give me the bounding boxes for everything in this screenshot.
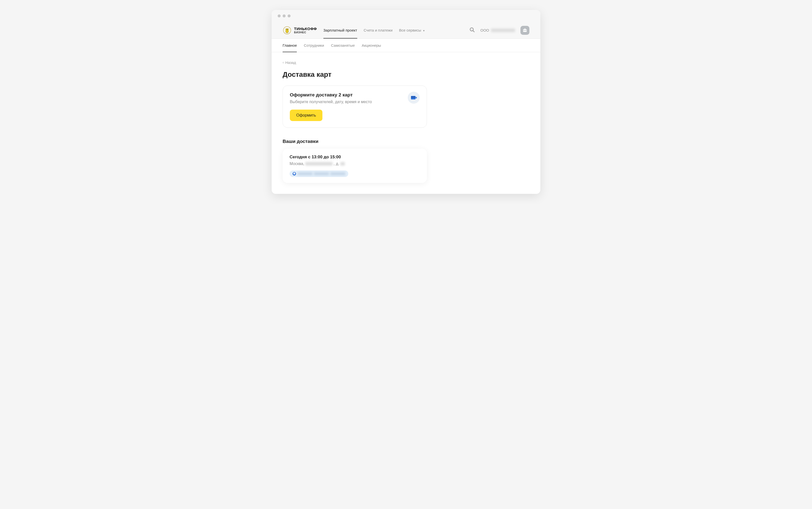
svg-rect-6 xyxy=(524,29,526,30)
card-delivery-icon-badge xyxy=(408,92,420,104)
window-control-maximize[interactable] xyxy=(288,14,290,18)
window-control-close[interactable] xyxy=(278,14,281,18)
delivery-time: Сегодня с 13:00 до 15:00 xyxy=(289,155,420,160)
top-nav: T ТИНЬКОФФ БИЗНЕС Зарплатный проект Счет… xyxy=(272,22,540,39)
chevron-left-icon: ‹ xyxy=(283,60,284,64)
company-name[interactable]: ООО xyxy=(480,28,515,32)
recipient-name-redacted xyxy=(298,172,312,175)
order-card-title: Оформите доставку 2 карт xyxy=(290,92,420,98)
window-titlebar xyxy=(272,10,540,22)
subnav-item-selfemployed[interactable]: Самозанятые xyxy=(331,39,355,52)
logo-line2: БИЗНЕС xyxy=(294,31,317,34)
search-icon xyxy=(469,27,475,33)
briefcase-button[interactable] xyxy=(521,26,529,35)
logo-line1: ТИНЬКОФФ xyxy=(294,27,317,31)
back-label: Назад xyxy=(285,60,296,65)
recipient-name-redacted xyxy=(314,172,329,175)
order-card-subtitle: Выберите получателей, дату, время и мест… xyxy=(290,100,420,104)
page-title: Доставка карт xyxy=(283,71,529,78)
delivery-card[interactable]: Сегодня с 13:00 до 15:00 Москва, , д. xyxy=(283,148,427,183)
top-nav-items: Зарплатный проект Счета и платежи Все се… xyxy=(323,22,469,38)
logo-crest-icon: T xyxy=(283,26,291,35)
search-button[interactable] xyxy=(469,27,475,34)
window-control-minimize[interactable] xyxy=(283,14,286,18)
recipient-name-redacted xyxy=(331,172,345,175)
svg-line-4 xyxy=(473,30,474,32)
address-house-redacted xyxy=(340,162,345,166)
page-content: ‹ Назад Доставка карт Оформите доставку … xyxy=(272,52,540,194)
logo[interactable]: T ТИНЬКОФФ БИЗНЕС xyxy=(283,26,317,35)
card-send-icon xyxy=(410,95,417,100)
company-name-redacted xyxy=(491,29,515,32)
address-city: Москва, xyxy=(289,162,304,166)
address-house-prefix: , д. xyxy=(334,162,339,166)
svg-rect-8 xyxy=(411,96,415,99)
delivery-address: Москва, , д. xyxy=(289,162,420,166)
subnav-item-employees[interactable]: Сотрудники xyxy=(304,39,324,52)
sub-nav: Главное Сотрудники Самозанятые Акционеры xyxy=(272,39,540,52)
subnav-item-main[interactable]: Главное xyxy=(283,39,297,52)
nav-item-payroll[interactable]: Зарплатный проект xyxy=(323,22,357,38)
back-link[interactable]: ‹ Назад xyxy=(283,60,296,65)
nav-item-accounts[interactable]: Счета и платежи xyxy=(364,22,393,38)
order-delivery-card: Оформите доставку 2 карт Выберите получа… xyxy=(283,86,427,128)
order-button[interactable]: Оформить xyxy=(290,110,322,121)
nav-item-services-dropdown[interactable]: Все сервисы ▾ xyxy=(399,22,425,38)
recipient-chip[interactable] xyxy=(289,170,348,177)
top-nav-right: ООО xyxy=(469,26,529,35)
person-icon xyxy=(292,172,296,175)
svg-rect-9 xyxy=(411,97,415,97)
subnav-item-shareholders[interactable]: Акционеры xyxy=(362,39,381,52)
svg-rect-7 xyxy=(523,30,527,31)
company-prefix: ООО xyxy=(480,28,489,32)
chevron-down-icon: ▾ xyxy=(423,29,425,32)
svg-text:T: T xyxy=(286,29,288,32)
app-window: T ТИНЬКОФФ БИЗНЕС Зарплатный проект Счет… xyxy=(272,10,540,194)
deliveries-section-title: Ваши доставки xyxy=(283,139,529,144)
logo-text: ТИНЬКОФФ БИЗНЕС xyxy=(294,27,317,34)
briefcase-icon xyxy=(522,28,528,33)
address-street-redacted xyxy=(305,162,333,166)
